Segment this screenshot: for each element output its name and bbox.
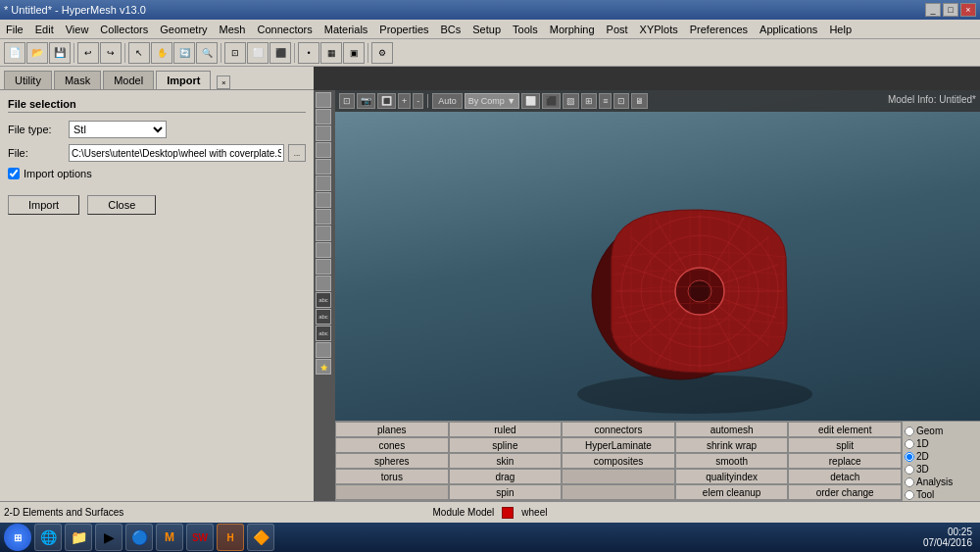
grid-replace[interactable]: replace [788,453,902,469]
tb-elements[interactable]: ▦ [320,42,342,64]
vp-auto-btn[interactable]: Auto [432,93,463,109]
radio-geom[interactable]: Geom [905,426,978,436]
tb-open[interactable]: 📂 [26,42,48,64]
menu-materials[interactable]: Materials [318,22,374,37]
tb-surfaces[interactable]: ▣ [343,42,365,64]
close-button[interactable]: × [960,3,976,17]
strip-btn-1[interactable] [316,92,331,108]
strip-btn-7[interactable] [316,192,331,208]
tb-save[interactable]: 💾 [49,42,71,64]
grid-cones[interactable]: cones [335,437,449,453]
strip-btn-9[interactable] [316,226,331,241]
grid-edit-element[interactable]: edit element [788,422,902,437]
taskbar-ie[interactable]: 🌐 [34,524,62,551]
grid-composites[interactable]: composites [562,453,675,469]
close-button[interactable]: Close [87,195,156,215]
vp-tb-view6[interactable]: ⊡ [613,93,629,109]
tb-wireframe[interactable]: ⬜ [247,42,269,64]
vp-tb-5[interactable]: - [413,93,423,109]
menu-geometry[interactable]: Geometry [154,22,213,37]
tab-close[interactable]: × [217,75,230,89]
taskbar-folder[interactable]: 📁 [65,524,92,551]
radio-analysis[interactable]: Analysis [905,477,978,487]
grid-spheres[interactable]: spheres [335,453,449,469]
vp-tb-view4[interactable]: ⊞ [581,93,597,109]
grid-connectors[interactable]: connectors [562,422,675,437]
strip-btn-4[interactable] [316,142,331,158]
tb-pan[interactable]: ✋ [151,42,172,64]
menu-properties[interactable]: Properties [373,22,434,37]
grid-spin[interactable]: spin [449,484,563,500]
taskbar-matlab[interactable]: M [156,524,183,551]
strip-btn-12[interactable] [316,276,331,291]
tb-settings[interactable]: ⚙ [371,42,393,64]
menu-mesh[interactable]: Mesh [214,22,252,37]
menu-view[interactable]: View [60,22,95,37]
strip-btn-13[interactable]: abc [316,292,331,308]
grid-order-change[interactable]: order change [788,484,902,500]
menu-xyplots[interactable]: XYPlots [634,22,684,37]
tab-mask[interactable]: Mask [54,71,101,89]
minimize-button[interactable]: _ [925,3,941,17]
vp-tb-comp[interactable]: By Comp ▼ [465,93,519,109]
strip-btn-3[interactable] [316,125,331,141]
tab-model[interactable]: Model [103,71,154,89]
vp-tb-view1[interactable]: ⬜ [521,93,540,109]
strip-btn-11[interactable] [316,259,331,275]
strip-btn-6[interactable] [316,176,331,191]
maximize-button[interactable]: □ [943,3,958,17]
radio-tool[interactable]: Tool [905,489,978,500]
grid-split[interactable]: split [788,437,902,453]
menu-tools[interactable]: Tools [507,22,544,37]
strip-btn-16[interactable] [316,342,331,358]
strip-btn-10[interactable] [316,242,331,258]
radio-1d[interactable]: 1D [905,438,978,449]
strip-btn-8[interactable] [316,209,331,225]
vp-tb-2[interactable]: 📷 [357,93,375,109]
tb-nodes[interactable]: • [298,42,319,64]
grid-shrink-wrap[interactable]: shrink wrap [675,437,789,453]
file-browse-button[interactable]: ... [288,144,306,162]
strip-btn-2[interactable] [316,109,331,125]
import-button[interactable]: Import [8,195,79,215]
grid-ruled[interactable]: ruled [449,422,563,437]
tb-shaded[interactable]: ⬛ [270,42,291,64]
strip-btn-15[interactable]: abc [316,326,331,341]
grid-drag[interactable]: drag [449,469,563,484]
grid-detach[interactable]: detach [788,469,902,484]
menu-post[interactable]: Post [601,22,634,37]
grid-smooth[interactable]: smooth [675,453,789,469]
menu-bcs[interactable]: BCs [435,22,467,37]
grid-automesh[interactable]: automesh [675,422,789,437]
strip-btn-5[interactable] [316,159,331,175]
taskbar-sw[interactable]: SW [186,524,214,551]
tab-utility[interactable]: Utility [4,71,52,89]
tb-undo[interactable]: ↩ [77,42,99,64]
tab-import[interactable]: Import [156,71,211,89]
taskbar-altair[interactable]: 🔶 [247,524,274,551]
grid-qualityindex[interactable]: qualityindex [675,469,789,484]
vp-tb-view2[interactable]: ⬛ [542,93,561,109]
tb-select[interactable]: ↖ [128,42,150,64]
grid-skin[interactable]: skin [449,453,563,469]
vp-tb-3[interactable]: 🔳 [377,93,396,109]
radio-3d[interactable]: 3D [905,464,978,475]
vp-tb-view5[interactable]: ≡ [599,93,612,109]
radio-2d[interactable]: 2D [905,451,978,462]
vp-tb-1[interactable]: ⊡ [339,93,355,109]
tb-redo[interactable]: ↪ [100,42,122,64]
vp-tb-view7[interactable]: 🖥 [631,93,648,109]
menu-applications[interactable]: Applications [754,22,823,37]
menu-help[interactable]: Help [823,22,858,37]
taskbar-chrome[interactable]: 🔵 [125,524,153,551]
menu-edit[interactable]: Edit [29,22,60,37]
taskbar-hypermesh[interactable]: H [217,524,244,551]
taskbar-media[interactable]: ▶ [95,524,122,551]
menu-morphing[interactable]: Morphing [544,22,601,37]
start-orb[interactable]: ⊞ [4,524,31,551]
menu-connectors[interactable]: Connectors [251,22,318,37]
grid-spline[interactable]: spline [449,437,563,453]
strip-btn-14[interactable]: abc [316,309,331,325]
vp-tb-view3[interactable]: ▧ [563,93,579,109]
tb-rotate[interactable]: 🔄 [173,42,195,64]
